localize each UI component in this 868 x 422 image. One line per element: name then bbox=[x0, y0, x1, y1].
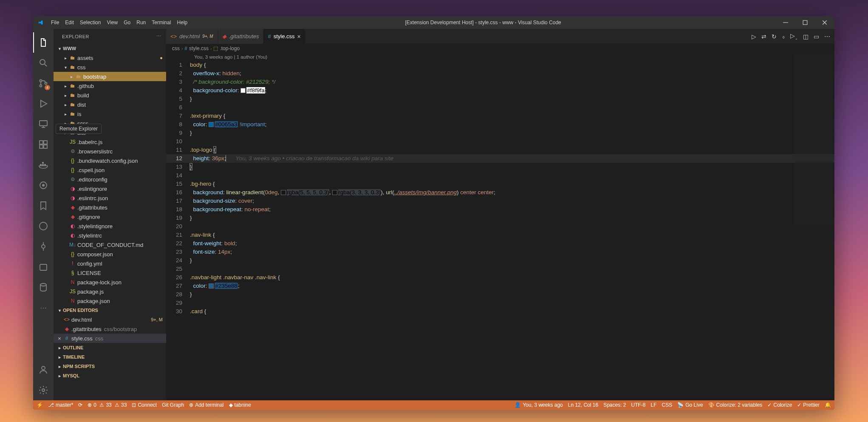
code-line[interactable]: 3 /* background-color: #212529; */ bbox=[166, 78, 834, 86]
tree-item[interactable]: {}.cspell.json bbox=[54, 165, 166, 175]
menu-selection[interactable]: Selection bbox=[77, 20, 104, 25]
tree-section[interactable]: ▸OUTLINE bbox=[54, 343, 166, 352]
code-line[interactable]: 12 height: 36px; You, 3 weeks ago • cria… bbox=[166, 154, 834, 163]
tree-item[interactable]: {}.bundlewatch.config.json bbox=[54, 156, 166, 165]
code-line[interactable]: 16 background: linear-gradient(0deg, rgb… bbox=[166, 188, 834, 197]
code-line[interactable]: 28} bbox=[166, 290, 834, 299]
tab-more-icon[interactable]: ⋯ bbox=[824, 33, 830, 40]
editor-tab[interactable]: ◆.gitattributes bbox=[218, 29, 264, 44]
open-editors-section[interactable]: ▾OPEN EDITORS bbox=[54, 306, 166, 315]
search-tab[interactable] bbox=[33, 53, 54, 73]
code-line[interactable]: 24} bbox=[166, 256, 834, 265]
github-tab[interactable] bbox=[33, 216, 54, 236]
code-line[interactable]: 22 font-weight: bold; bbox=[166, 239, 834, 248]
code-line[interactable]: 2 overflow-x: hidden; bbox=[166, 69, 834, 78]
tree-section[interactable]: ▸TIMELINE bbox=[54, 352, 166, 362]
tree-item[interactable]: ▸🖿assets● bbox=[54, 53, 166, 62]
eol[interactable]: LF bbox=[651, 402, 657, 408]
code-line[interactable]: 10 bbox=[166, 137, 834, 146]
layout-icon[interactable]: ▭ bbox=[814, 33, 819, 40]
docker-tab[interactable] bbox=[33, 155, 54, 175]
code-line[interactable]: 6 bbox=[166, 103, 834, 112]
settings-gear-icon[interactable] bbox=[33, 380, 54, 400]
tree-item[interactable]: ◆.gitattributes bbox=[54, 203, 166, 212]
code-line[interactable]: 25 bbox=[166, 265, 834, 273]
more-run-icon[interactable]: ▷⌄ bbox=[790, 32, 798, 40]
code-line[interactable]: 13} bbox=[166, 163, 834, 171]
tree-item[interactable]: ◐.stylelintrc bbox=[54, 231, 166, 240]
code-line[interactable]: 30.card { bbox=[166, 307, 834, 316]
encoding[interactable]: UTF-8 bbox=[631, 402, 646, 408]
tree-item[interactable]: ▸🖿is bbox=[54, 109, 166, 119]
minimap[interactable] bbox=[794, 54, 833, 224]
breadcrumb-item[interactable]: .top-logo bbox=[220, 45, 240, 51]
tree-root[interactable]: ▾WWW bbox=[54, 44, 166, 53]
editor-tab[interactable]: <>dev.html9+, M bbox=[166, 29, 218, 44]
commits-tab[interactable] bbox=[33, 236, 54, 257]
code-line[interactable]: 7.text-primary { bbox=[166, 112, 834, 120]
menu-run[interactable]: Run bbox=[133, 20, 149, 25]
code-line[interactable]: 27 color: #235e88; bbox=[166, 282, 834, 290]
tree-item[interactable]: JS.babelrc.js bbox=[54, 137, 166, 147]
tree-item[interactable]: ▸🖿build bbox=[54, 91, 166, 100]
split-icon[interactable]: ◫ bbox=[803, 33, 809, 40]
code-line[interactable]: 19} bbox=[166, 214, 834, 222]
breadcrumbs[interactable]: css› # style.css› ⬚ .top-logo bbox=[166, 44, 834, 53]
menu-help[interactable]: Help bbox=[174, 20, 191, 25]
tree-item[interactable]: JSpackage.js bbox=[54, 287, 166, 296]
notifications-icon[interactable]: 🔔 bbox=[825, 402, 831, 408]
tree-item[interactable]: !config.yml bbox=[54, 259, 166, 268]
tree-item[interactable]: Npackage-lock.json bbox=[54, 278, 166, 287]
code-line[interactable]: 9} bbox=[166, 129, 834, 137]
account-icon[interactable] bbox=[33, 360, 54, 380]
tree-item[interactable]: M↓CODE_OF_CONDUCT.md bbox=[54, 240, 166, 249]
problems-indicator[interactable]: ⊗ 0 ⚠ 33 ⚠ 33 bbox=[88, 402, 127, 408]
tree-item[interactable]: §LICENSE bbox=[54, 268, 166, 278]
add-terminal-button[interactable]: ⊕ Add terminal bbox=[189, 402, 223, 408]
git-blame-status[interactable]: 👤 You, 3 weeks ago bbox=[515, 402, 563, 408]
tree-item[interactable]: {}composer.json bbox=[54, 249, 166, 259]
more-tab[interactable]: ⋯ bbox=[33, 297, 54, 318]
prettier-status[interactable]: ✓ Prettier bbox=[797, 402, 820, 408]
compare-icon[interactable]: ⇄ bbox=[761, 33, 766, 40]
tab-close-icon[interactable]: × bbox=[297, 33, 301, 40]
tree-item[interactable]: ▸🖿dist bbox=[54, 100, 166, 109]
colorize-toggle[interactable]: ✓ Colorize bbox=[767, 402, 792, 408]
sync-button[interactable]: ⟳ bbox=[78, 402, 82, 408]
tree-section[interactable]: ▸NPM SCRIPTS bbox=[54, 362, 166, 371]
language-mode[interactable]: CSS bbox=[662, 402, 673, 408]
code-editor[interactable]: 1body {2 overflow-x: hidden;3 /* backgro… bbox=[166, 61, 834, 400]
close-button[interactable] bbox=[815, 16, 834, 29]
code-line[interactable]: 18 background-repeat: no-repeat; bbox=[166, 205, 834, 214]
code-line[interactable]: 26.navbar-light .navbar-nav .nav-link { bbox=[166, 273, 834, 282]
indentation[interactable]: Spaces: 2 bbox=[603, 402, 626, 408]
menu-edit[interactable]: Edit bbox=[62, 20, 77, 25]
remote-indicator[interactable]: ⚡ bbox=[37, 402, 43, 408]
code-line[interactable]: 17 background-size: cover; bbox=[166, 197, 834, 205]
colorize-status[interactable]: 🎨 Colorize: 2 variables bbox=[708, 402, 763, 408]
go-live-button[interactable]: 📡 Go Live bbox=[677, 402, 703, 408]
menu-view[interactable]: View bbox=[104, 20, 121, 25]
git-branch[interactable]: ⎇ master* bbox=[48, 402, 73, 408]
close-icon[interactable]: × bbox=[56, 335, 63, 342]
gitlens-tab[interactable] bbox=[33, 175, 54, 195]
code-line[interactable]: 14 bbox=[166, 171, 834, 180]
code-line[interactable]: 8 color: #0065a3 !important; bbox=[166, 120, 834, 129]
code-line[interactable]: 21.nav-link { bbox=[166, 231, 834, 239]
history-icon[interactable]: ↻ bbox=[772, 33, 777, 40]
breadcrumb-item[interactable]: style.css bbox=[189, 45, 209, 51]
diff-icon[interactable]: ⬨ bbox=[782, 33, 785, 40]
code-line[interactable]: 29 bbox=[166, 299, 834, 307]
tree-item[interactable]: ▸🖿.github bbox=[54, 81, 166, 91]
tree-item[interactable]: Npackage.json bbox=[54, 296, 166, 306]
menu-file[interactable]: File bbox=[48, 20, 62, 25]
run-debug-tab[interactable] bbox=[33, 93, 54, 114]
menu-go[interactable]: Go bbox=[121, 20, 133, 25]
code-line[interactable]: 4 background-color: #f8f9fa; bbox=[166, 86, 834, 95]
tree-item[interactable]: ▾🖿css bbox=[54, 62, 166, 72]
connect-button[interactable]: ⊡ Connect bbox=[132, 402, 157, 408]
project-tab[interactable] bbox=[33, 257, 54, 277]
remote-explorer-tab[interactable] bbox=[33, 114, 54, 134]
git-graph-button[interactable]: Git Graph bbox=[162, 402, 184, 408]
tree-item[interactable]: ⚙.editorconfig bbox=[54, 175, 166, 184]
